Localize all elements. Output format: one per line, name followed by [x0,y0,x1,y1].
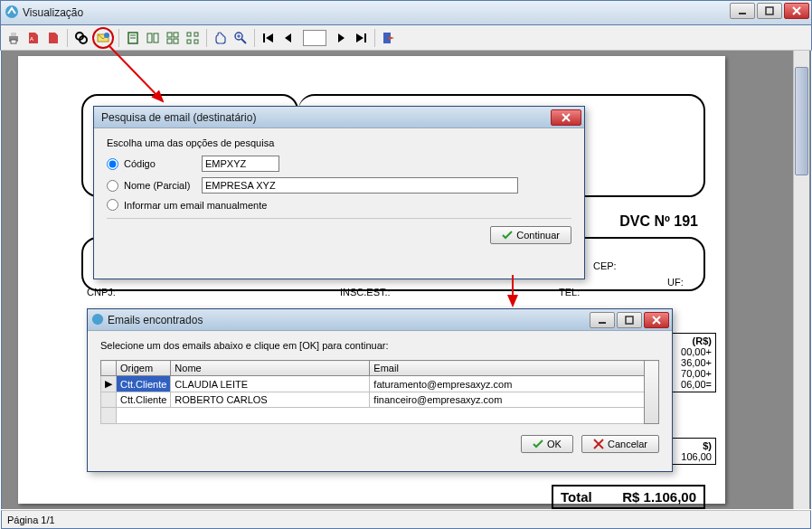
status-bar: Página 1/1 [1,510,811,529]
minimize-button[interactable] [730,3,755,19]
radio-nome-label: Nome (Parcial) [124,180,202,191]
totals-box: (R$) 00,00+ 36,00+ 70,00+ 06,00= [667,333,716,392]
cnpj-label: CNPJ: [87,287,116,298]
row-indicator-icon: ▶ [101,376,117,392]
scrollbar-thumb[interactable] [795,67,808,175]
svg-line-27 [241,39,246,43]
cell-nome: ROBERTO CARLOS [171,392,370,408]
svg-rect-7 [11,40,16,43]
last-page-button[interactable] [352,29,370,47]
pan-button[interactable] [212,29,230,47]
radio-manual[interactable] [107,199,118,211]
svg-rect-19 [174,33,178,37]
app-icon [5,5,19,21]
total-line-2: 106,00 [672,451,712,462]
instruction-text: Selecione um dos emails abaixo e clique … [100,340,659,351]
svg-rect-18 [167,33,172,37]
prev-page-button[interactable] [279,29,297,47]
zoom-plus-button[interactable] [231,29,250,47]
dialog-close-button[interactable] [551,109,581,126]
page-number-input[interactable] [303,30,326,46]
toolbar: A [0,25,812,51]
table-row[interactable]: ▶ Ctt.Cliente CLAUDIA LEITE faturamento@… [101,376,659,392]
svg-rect-16 [147,33,152,43]
nome-input[interactable] [202,177,518,194]
radio-codigo[interactable] [107,158,118,170]
group-label: Escolha uma das opções de pesquisa [107,137,571,148]
cep-label: CEP: [593,260,617,271]
next-page-button[interactable] [332,29,350,47]
continue-button[interactable]: Continuar [490,226,571,244]
svg-rect-21 [174,39,178,43]
radio-nome[interactable] [107,180,118,192]
pdf-button[interactable]: A [24,29,42,47]
continue-button-label: Continuar [516,230,560,241]
total-line: 06,00= [672,379,712,390]
cancel-button[interactable]: Cancelar [581,435,659,453]
total-line: 36,00+ [672,357,712,368]
grand-total-row: Total R$ 1.106,00 [552,485,705,509]
email-button[interactable] [92,27,114,49]
toolbar-separator [67,29,68,47]
svg-rect-37 [626,316,633,324]
dvc-number: DVC Nº 191 [619,213,698,230]
email-search-dialog: Pesquisa de email (destinatário) Escolha… [93,106,585,279]
vertical-scrollbar[interactable] [793,51,809,509]
close-button[interactable] [784,3,809,19]
tel-label: TEL: [559,287,580,298]
indicator-header [101,361,117,376]
emails-table: Origem Nome Email ▶ Ctt.Cliente CLAUDIA … [100,360,659,424]
cell-email: faturamento@empresaxyz.com [370,376,645,392]
dialog2-title-bar[interactable]: Emails encontrados [88,309,672,331]
first-page-button[interactable] [260,29,278,47]
cell-origem: Ctt.Cliente [117,376,171,392]
dialog2-title: Emails encontrados [108,314,203,326]
ok-button[interactable]: OK [521,435,573,453]
app-icon [91,313,104,327]
col-email[interactable]: Email [370,361,645,376]
col-nome[interactable]: Nome [171,361,370,376]
word-button[interactable] [44,29,62,47]
maximize-button[interactable] [757,3,782,19]
page-indicator: Página 1/1 [7,515,55,525]
totals-header: (R$) [672,335,712,346]
ok-button-label: OK [547,439,562,449]
view-thumb-button[interactable] [184,29,202,47]
svg-rect-6 [11,33,16,36]
toolbar-separator [118,29,119,47]
view-single-button[interactable] [124,29,142,47]
exit-button[interactable] [380,29,398,47]
table-scrollbar[interactable] [645,361,659,424]
cell-origem: Ctt.Cliente [117,392,171,408]
svg-rect-25 [194,40,198,43]
totals-box-2: $) 106,00 [667,438,716,465]
total-label: Total [561,489,592,505]
toolbar-separator [206,29,207,47]
svg-text:A: A [30,36,33,42]
total-line: 70,00+ [672,368,712,379]
emails-found-dialog: Emails encontrados Selecione um dos emai… [87,308,673,472]
inscest-label: INSC.EST.: [340,287,391,298]
dialog2-minimize-button[interactable] [590,312,615,328]
toolbar-separator [374,29,375,47]
total-value: R$ 1.106,00 [622,489,696,505]
svg-point-35 [92,313,103,324]
main-title-bar: Visualização [0,0,812,25]
dialog2-close-button[interactable] [644,312,669,328]
table-row[interactable]: Ctt.Cliente ROBERTO CARLOS financeiro@em… [101,392,659,408]
view-grid-button[interactable] [164,29,182,47]
cell-email: financeiro@empresaxyz.com [370,392,645,408]
svg-rect-23 [194,33,198,36]
dialog-title-bar[interactable]: Pesquisa de email (destinatário) [94,107,584,128]
radio-manual-label: Informar um email manualmente [124,200,267,211]
col-origem[interactable]: Origem [117,361,171,376]
search-button[interactable] [72,29,90,47]
radio-codigo-label: Código [124,158,202,169]
dialog2-maximize-button[interactable] [617,312,642,328]
cancel-button-label: Cancelar [608,439,647,449]
print-button[interactable] [5,29,23,47]
toolbar-separator [254,29,255,47]
codigo-input[interactable] [202,156,279,172]
view-dual-button[interactable] [144,29,162,47]
svg-rect-17 [154,33,158,43]
